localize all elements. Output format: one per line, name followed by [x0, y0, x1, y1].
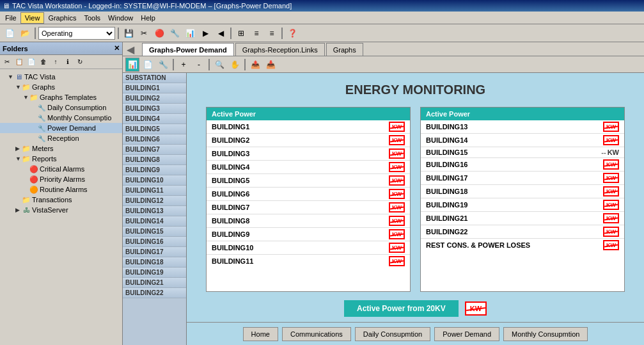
building-nav-b22[interactable]: BUILDING22	[123, 288, 186, 298]
kw-badge-l3[interactable]: KW	[389, 162, 405, 172]
building-nav-b3[interactable]: BUILDING3	[123, 104, 186, 114]
folders-properties-btn[interactable]: ℹ	[62, 56, 74, 68]
building-nav-b11[interactable]: BUILDING11	[123, 186, 186, 196]
toolbar-help-btn[interactable]: ❓	[285, 26, 299, 40]
building-nav-b14[interactable]: BUILDING14	[123, 216, 186, 227]
kw-badge-l8[interactable]: KW	[389, 229, 405, 239]
building-nav-b10[interactable]: BUILDING10	[123, 175, 186, 186]
folders-delete-btn[interactable]: 🗑	[38, 56, 49, 68]
kw-badge-l1[interactable]: KW	[389, 135, 405, 145]
content-toolbar-btn-8[interactable]: 📤	[248, 58, 262, 72]
building-nav-b7[interactable]: BUILDING7	[123, 145, 186, 155]
kw-badge-l6[interactable]: KW	[389, 202, 405, 213]
menu-graphics[interactable]: Graphics	[44, 13, 80, 23]
toolbar-btn-10[interactable]: ≡	[265, 26, 279, 40]
kw-badge-r5[interactable]: KW	[603, 186, 619, 197]
toolbar-btn-9[interactable]: ≡	[249, 26, 263, 40]
toolbar-btn-2[interactable]: ✂	[137, 26, 151, 40]
btn-power-demand[interactable]: Power Demand	[434, 327, 499, 341]
toolbar-btn-5[interactable]: 📊	[183, 26, 197, 40]
menu-view[interactable]: View	[20, 12, 45, 24]
building-nav-b13[interactable]: BUILDING13	[123, 206, 186, 216]
kw-badge-r6[interactable]: KW	[603, 200, 619, 210]
kw-badge-20kv[interactable]: KW	[465, 301, 487, 316]
kw-badge-l7[interactable]: KW	[389, 216, 405, 226]
content-toolbar-btn-6[interactable]: 🔍	[212, 58, 226, 72]
tree-item-reports[interactable]: ▼ 📁 Reports	[0, 154, 122, 164]
operating-dropdown[interactable]: Operating	[38, 27, 115, 40]
toolbar-btn-7[interactable]: ◀	[214, 26, 228, 40]
building-nav-b4[interactable]: BUILDING4	[123, 114, 186, 124]
tree-item-daily-consumption[interactable]: 🔧 Daily Consumption	[0, 102, 122, 113]
toolbar-btn-8[interactable]: ⊞	[234, 26, 248, 40]
content-toolbar-btn-7[interactable]: ✋	[228, 58, 242, 72]
kw-badge-r4[interactable]: KW	[603, 173, 619, 183]
tree-item-tac-vista[interactable]: ▼ 🖥 TAC Vista	[0, 72, 122, 82]
tab-graphs[interactable]: Graphs	[326, 43, 363, 56]
toolbar-open-btn[interactable]: 📂	[18, 26, 32, 40]
kw-badge-l9[interactable]: KW	[389, 243, 405, 253]
content-toolbar-btn-9[interactable]: 📥	[263, 58, 278, 72]
building-nav-substation[interactable]: SUBSTATION	[123, 73, 186, 83]
btn-daily-consupmtion[interactable]: Daily Consupmtion	[355, 327, 430, 341]
folders-close-icon[interactable]: ✕	[114, 44, 120, 52]
building-nav-b6[interactable]: BUILDING6	[123, 134, 186, 145]
toolbar-btn-4[interactable]: 🔧	[168, 26, 182, 40]
building-nav-b16[interactable]: BUILDING16	[123, 237, 186, 247]
btn-home[interactable]: Home	[243, 327, 278, 341]
tree-item-graphs-templates[interactable]: ▼ 📁 Graphs Templates	[0, 92, 122, 102]
menu-window[interactable]: Window	[104, 13, 137, 23]
kw-badge-r9[interactable]: KW	[603, 240, 619, 250]
tree-item-vistaserver[interactable]: ▶ 🖧 VistaServer	[0, 205, 122, 215]
kw-badge-r8[interactable]: KW	[603, 227, 619, 237]
tree-item-reception[interactable]: 🔧 Reception	[0, 133, 122, 143]
content-toolbar-btn-4[interactable]: +	[177, 58, 191, 72]
kw-badge-l0[interactable]: KW	[389, 122, 405, 132]
building-nav-b8[interactable]: BUILDING8	[123, 155, 186, 165]
kw-badge-l5[interactable]: KW	[389, 189, 405, 199]
kw-badge-r3[interactable]: KW	[603, 159, 619, 170]
tab-scroll-left[interactable]: ◀	[127, 44, 134, 56]
folders-up-btn[interactable]: ↑	[50, 56, 61, 68]
kw-badge-l10[interactable]: KW	[389, 256, 405, 266]
building-nav-b18[interactable]: BUILDING18	[123, 257, 186, 268]
folders-copy-btn[interactable]: 📋	[13, 56, 25, 68]
tree-item-critical-alarms[interactable]: 🔴 Critical Alarms	[0, 164, 122, 174]
tree-item-graphs[interactable]: ▼ 📁 Graphs	[0, 82, 122, 92]
menu-tools[interactable]: Tools	[80, 13, 104, 23]
kw-badge-r0[interactable]: KW	[603, 122, 619, 132]
content-toolbar-btn-1[interactable]: 📊	[125, 58, 139, 72]
kw-badge-l2[interactable]: KW	[389, 148, 405, 159]
building-nav-b9[interactable]: BUILDING9	[123, 165, 186, 175]
toolbar-btn-1[interactable]: 💾	[122, 26, 136, 40]
tree-item-power-demand[interactable]: 🔧 Power Demand	[0, 123, 122, 133]
tree-item-meters[interactable]: ▶ 📁 Meters	[0, 143, 122, 154]
tab-graphs-power-demand[interactable]: Graphs-Power Demand	[142, 43, 234, 56]
btn-monthly-consupmtion[interactable]: Monthly Consupmtion	[503, 327, 588, 341]
tree-item-monthly-consumption[interactable]: 🔧 Monthly Consumptio	[0, 113, 122, 123]
folders-paste-btn[interactable]: 📄	[26, 56, 37, 68]
content-toolbar-btn-3[interactable]: 🔧	[156, 58, 170, 72]
building-nav-b19[interactable]: BUILDING19	[123, 268, 186, 278]
toolbar-btn-3[interactable]: 🔴	[152, 26, 166, 40]
toolbar-btn-6[interactable]: ▶	[198, 26, 212, 40]
tree-item-transactions[interactable]: 📁 Transactions	[0, 195, 122, 205]
folders-refresh-btn[interactable]: ↻	[74, 56, 86, 68]
content-toolbar-btn-2[interactable]: 📄	[141, 58, 155, 72]
building-nav-b12[interactable]: BUILDING12	[123, 196, 186, 206]
menu-help[interactable]: Help	[137, 13, 159, 23]
tree-item-routine-alarms[interactable]: 🟠 Routine Alarms	[0, 184, 122, 195]
kw-badge-l4[interactable]: KW	[389, 175, 405, 186]
menu-file[interactable]: File	[1, 13, 20, 23]
building-nav-b5[interactable]: BUILDING5	[123, 124, 186, 134]
active-power-20kv-label[interactable]: Active Power from 20KV	[344, 300, 459, 317]
content-toolbar-btn-5[interactable]: -	[192, 58, 206, 72]
building-nav-b1[interactable]: BUILDING1	[123, 83, 186, 93]
tree-item-priority-alarms[interactable]: 🔴 Priority Alarms	[0, 174, 122, 184]
kw-badge-r7[interactable]: KW	[603, 213, 619, 223]
tab-graphs-reception-links[interactable]: Graphs-Reception.Links	[235, 43, 325, 56]
building-nav-b17[interactable]: BUILDING17	[123, 247, 186, 257]
btn-communications[interactable]: Communications	[282, 327, 351, 341]
building-nav-b21[interactable]: BUILDING21	[123, 278, 186, 288]
toolbar-new-btn[interactable]: 📄	[3, 26, 17, 40]
